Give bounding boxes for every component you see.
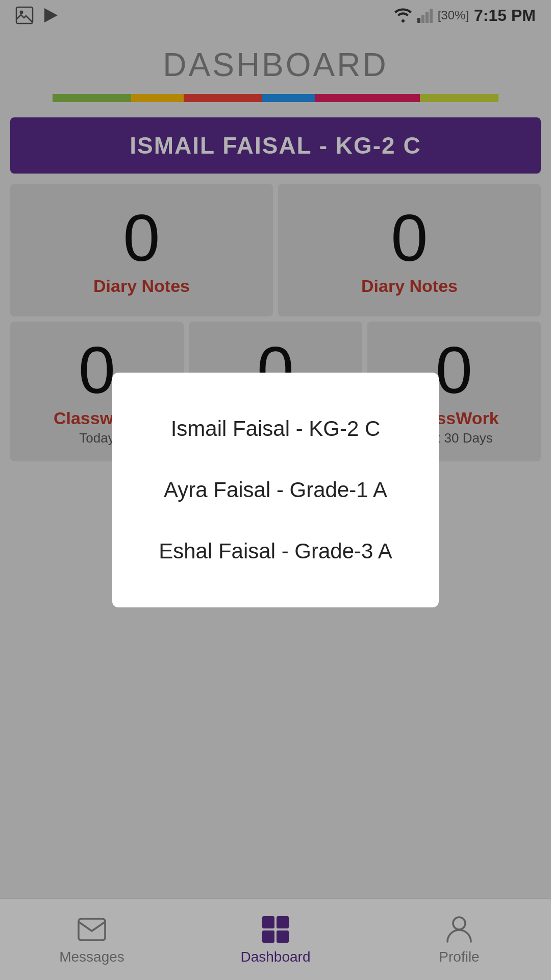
- modal-item-2[interactable]: Ayra Faisal - Grade-1 A: [133, 459, 418, 521]
- modal-overlay[interactable]: Ismail Faisal - KG-2 C Ayra Faisal - Gra…: [0, 0, 551, 980]
- modal-item-3[interactable]: Eshal Faisal - Grade-3 A: [133, 521, 418, 582]
- student-selector-modal: Ismail Faisal - KG-2 C Ayra Faisal - Gra…: [112, 373, 439, 607]
- modal-item-1[interactable]: Ismail Faisal - KG-2 C: [133, 398, 418, 459]
